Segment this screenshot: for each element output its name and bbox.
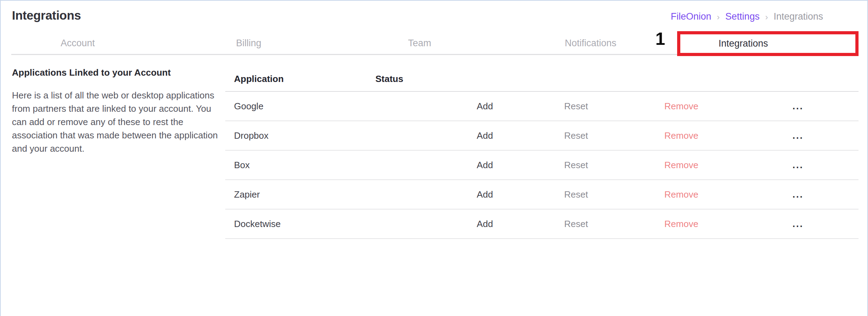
chevron-right-icon: › (765, 12, 768, 22)
app-name-label: Zapier (225, 189, 443, 200)
app-name-label: Dropbox (225, 130, 443, 141)
tab-integrations[interactable]: Integrations (719, 38, 768, 49)
remove-button[interactable]: Remove (625, 101, 737, 112)
remove-button[interactable]: Remove (625, 219, 737, 229)
page-title: Integrations (12, 8, 81, 22)
breadcrumb-current-integrations: Integrations (774, 11, 823, 22)
remove-button[interactable]: Remove (625, 160, 737, 171)
annotation-highlight-box: Integrations (677, 31, 859, 56)
settings-page: Integrations FileOnion › Settings › Inte… (0, 0, 868, 316)
reset-button[interactable]: Reset (527, 189, 625, 200)
breadcrumb-link-settings[interactable]: Settings (725, 11, 760, 22)
table-row-zapier: Zapier Add Reset Remove ... (225, 180, 859, 209)
reset-button[interactable]: Reset (527, 160, 625, 171)
table-header-row: Application Status (225, 67, 859, 92)
add-button[interactable]: Add (443, 189, 527, 200)
annotation-step-number: 1 (655, 29, 665, 49)
more-options-button[interactable]: ... (737, 189, 859, 200)
tab-team[interactable]: Team (334, 38, 505, 49)
column-header-status: Status (375, 74, 403, 84)
remove-button[interactable]: Remove (625, 130, 737, 141)
more-options-button[interactable]: ... (737, 130, 859, 141)
reset-button[interactable]: Reset (527, 130, 625, 141)
table-row-dropbox: Dropbox Add Reset Remove ... (225, 121, 859, 151)
more-options-button[interactable]: ... (737, 160, 859, 171)
more-options-button[interactable]: ... (737, 101, 859, 112)
table-row-docketwise: Docketwise Add Reset Remove ... (225, 209, 859, 239)
add-button[interactable]: Add (443, 219, 527, 229)
app-name-label: Google (225, 101, 443, 112)
integrations-description-panel: Applications Linked to your Account Here… (12, 67, 222, 155)
reset-button[interactable]: Reset (527, 101, 625, 112)
add-button[interactable]: Add (443, 160, 527, 171)
table-row-google: Google Add Reset Remove ... (225, 92, 859, 121)
integrations-table: Application Status Google Add Reset Remo… (225, 67, 859, 239)
section-description: Here is a list of all the web or desktop… (12, 89, 222, 155)
tab-billing[interactable]: Billing (163, 38, 334, 49)
app-name-label: Docketwise (225, 219, 443, 229)
breadcrumb-link-fileonion[interactable]: FileOnion (671, 11, 712, 22)
table-row-box: Box Add Reset Remove ... (225, 151, 859, 180)
chevron-right-icon: › (717, 12, 720, 22)
breadcrumb: FileOnion › Settings › Integrations (671, 11, 823, 22)
reset-button[interactable]: Reset (527, 219, 625, 229)
app-name-label: Box (225, 160, 443, 171)
add-button[interactable]: Add (443, 101, 527, 112)
add-button[interactable]: Add (443, 130, 527, 141)
more-options-button[interactable]: ... (737, 219, 859, 229)
tab-notifications[interactable]: Notifications (505, 38, 676, 49)
section-heading: Applications Linked to your Account (12, 67, 222, 78)
column-header-application: Application (234, 74, 284, 84)
tab-account[interactable]: Account (0, 38, 163, 49)
remove-button[interactable]: Remove (625, 189, 737, 200)
